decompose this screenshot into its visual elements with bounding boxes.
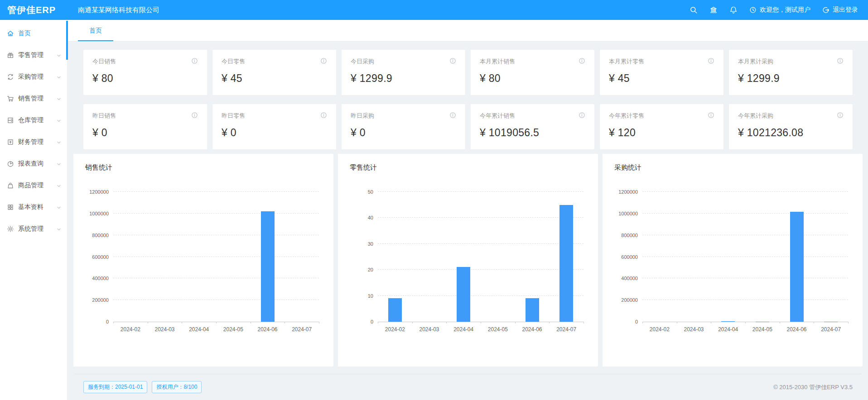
sidebar-item-report[interactable]: 报表查询: [0, 153, 67, 175]
logout-button[interactable]: 退出登录: [822, 6, 858, 14]
x-axis-tick: [677, 322, 677, 324]
home-icon: [7, 30, 14, 37]
stat-card-label: 今年累计销售: [480, 112, 515, 120]
stat-card-label: 本月累计零售: [609, 57, 644, 66]
x-axis-tick-label: 2024-02: [650, 326, 670, 333]
stat-card-header: 今年累计销售: [480, 112, 585, 120]
x-axis-tick-label: 2024-06: [786, 326, 806, 333]
x-axis-tick: [412, 322, 413, 324]
y-axis-tick-label: 1200000: [79, 189, 109, 195]
stat-card-label: 昨日销售: [92, 112, 116, 120]
bar-2024-06: [526, 298, 539, 322]
chevron-down-icon: [56, 205, 62, 210]
bar-2024-07: [559, 205, 573, 322]
info-icon[interactable]: [191, 112, 198, 119]
info-icon[interactable]: [837, 57, 844, 64]
x-axis-tick-label: 2024-05: [488, 326, 508, 333]
stat-card: 今日零售¥ 45: [212, 50, 336, 95]
x-axis-tick: [745, 322, 746, 324]
info-icon[interactable]: [579, 112, 585, 119]
app-logo: 管伊佳ERP: [0, 4, 67, 16]
sidebar-item-label: 财务管理: [18, 138, 43, 146]
ledger-icon: [7, 138, 14, 146]
logout-icon: [822, 6, 829, 14]
info-icon[interactable]: [708, 57, 714, 64]
y-axis-tick-label: 800000: [79, 233, 109, 238]
y-axis-tick-label: 30: [343, 241, 373, 247]
licensed-users-badge: 授权用户：8/100: [152, 381, 202, 393]
y-axis-tick-label: 400000: [608, 276, 638, 281]
stat-card-value: ¥ 1019056.5: [480, 127, 585, 139]
info-icon[interactable]: [579, 57, 585, 64]
info-icon[interactable]: [449, 57, 456, 64]
x-axis-tick-label: 2024-04: [453, 326, 473, 333]
sidebar-item-label: 商品管理: [18, 181, 43, 190]
chevron-down-icon: [56, 74, 62, 80]
y-axis-tick-label: 400000: [79, 276, 109, 281]
chart-title: 采购统计: [603, 154, 863, 172]
stat-card-header: 今年累计零售: [609, 112, 714, 120]
stat-card-label: 本月累计销售: [480, 57, 515, 66]
x-axis-tick: [148, 322, 148, 324]
y-axis-tick-label: 10: [343, 293, 373, 299]
sidebar-item-sales[interactable]: 销售管理: [0, 88, 67, 110]
info-icon[interactable]: [708, 112, 714, 119]
gridline: [378, 191, 583, 192]
chart-title: 销售统计: [73, 154, 333, 172]
info-icon[interactable]: [191, 57, 198, 64]
gridline: [113, 191, 319, 192]
x-axis-tick-label: 2024-06: [257, 326, 277, 333]
chart-plot: 0200000400000600000800000100000012000002…: [642, 192, 848, 322]
stat-card: 本月累计零售¥ 45: [600, 50, 723, 95]
y-axis-tick-label: 600000: [79, 254, 109, 260]
y-axis-tick-label: 600000: [608, 254, 638, 260]
gridline: [113, 300, 319, 300]
footer-badges: 服务到期：2025-01-01 授权用户：8/100: [83, 381, 202, 393]
sidebar-item-basic[interactable]: 基本资料: [0, 196, 67, 218]
sidebar-item-label: 零售管理: [18, 51, 43, 59]
gridline: [378, 243, 583, 244]
gift-icon: [7, 52, 14, 59]
cart-icon: [7, 95, 14, 102]
sidebar-item-finance[interactable]: 财务管理: [0, 131, 67, 153]
y-axis-tick-label: 20: [343, 267, 373, 272]
bag-icon: [7, 182, 14, 189]
gridline: [113, 213, 319, 214]
stat-card-value: ¥ 0: [351, 127, 456, 139]
tab-home[interactable]: 首页: [78, 20, 113, 41]
sidebar-item-system[interactable]: 系统管理: [0, 218, 67, 240]
info-icon[interactable]: [320, 57, 327, 64]
cabinet-icon: [7, 117, 14, 124]
bank-icon[interactable]: [709, 6, 718, 14]
gridline: [113, 235, 319, 235]
x-axis-tick: [319, 322, 319, 324]
sidebar-item-purchase[interactable]: 采购管理: [0, 66, 67, 88]
info-icon[interactable]: [449, 112, 456, 119]
x-axis-tick-label: 2024-07: [292, 326, 312, 333]
x-axis-tick-label: 2024-03: [684, 326, 704, 333]
info-icon[interactable]: [320, 112, 327, 119]
stat-card: 昨日零售¥ 0: [212, 104, 336, 149]
sidebar-scrollbar-thumb[interactable]: [66, 21, 68, 60]
sidebar-item-label: 系统管理: [18, 225, 43, 233]
stat-card: 今日采购¥ 1299.9: [342, 50, 465, 95]
stat-card-label: 今日采购: [351, 57, 374, 66]
search-icon[interactable]: [690, 6, 698, 14]
chart-plot: 010203040502024-022024-032024-042024-052…: [378, 192, 583, 322]
gridline: [642, 300, 848, 300]
bell-icon[interactable]: [729, 6, 738, 14]
x-axis-tick-label: 2024-06: [522, 326, 542, 333]
chart-title: 零售统计: [338, 154, 598, 172]
gridline: [378, 217, 583, 218]
gridline: [113, 257, 319, 257]
header-actions: 欢迎您，测试用户 退出登录: [690, 6, 868, 14]
stat-card-value: ¥ 0: [222, 127, 327, 139]
stat-card: 今日销售¥ 80: [83, 50, 207, 95]
user-welcome[interactable]: 欢迎您，测试用户: [749, 6, 810, 14]
sidebar-item-home[interactable]: 首页: [0, 23, 67, 44]
sidebar-item-warehouse[interactable]: 仓库管理: [0, 110, 67, 131]
sidebar-item-goods[interactable]: 商品管理: [0, 175, 67, 196]
info-icon[interactable]: [837, 112, 844, 119]
sidebar-item-retail[interactable]: 零售管理: [0, 44, 67, 66]
stat-card-value: ¥ 45: [222, 72, 327, 85]
